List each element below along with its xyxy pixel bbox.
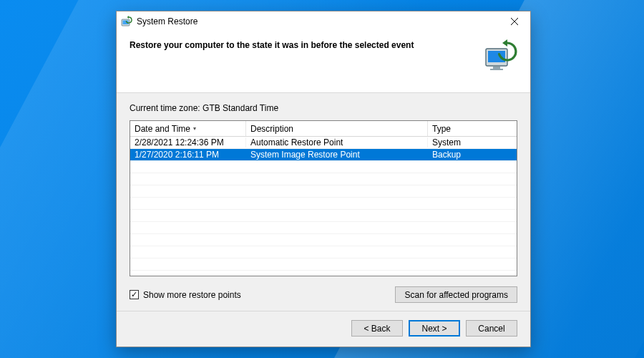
table-row-empty (130, 173, 517, 185)
table-row-empty (130, 210, 517, 222)
next-button[interactable]: Next > (409, 320, 460, 337)
titlebar: System Restore (117, 11, 530, 32)
scan-affected-button[interactable]: Scan for affected programs (395, 286, 517, 303)
column-label: Date and Time (135, 124, 190, 134)
checkbox-label: Show more restore points (143, 290, 241, 300)
svg-marker-9 (502, 39, 507, 47)
restore-large-icon (483, 39, 517, 73)
svg-rect-7 (493, 67, 500, 69)
wizard-body: Current time zone: GTB Standard Time Dat… (117, 93, 530, 311)
table-row[interactable]: 1/27/2020 2:16:11 PM System Image Restor… (130, 149, 517, 161)
table-header: Date and Time ▾ Description Type (130, 121, 517, 137)
system-restore-window: System Restore Restore your computer to … (116, 11, 531, 347)
window-title: System Restore (137, 16, 498, 26)
table-row-empty (130, 222, 517, 234)
cell-datetime: 2/28/2021 12:24:36 PM (130, 137, 246, 147)
table-row-empty (130, 161, 517, 173)
column-label: Description (250, 124, 293, 134)
table-body: 2/28/2021 12:24:36 PM Automatic Restore … (130, 137, 517, 276)
svg-rect-6 (488, 51, 505, 62)
cell-description: Automatic Restore Point (246, 137, 428, 147)
restore-points-table: Date and Time ▾ Description Type 2/28/20… (130, 120, 517, 276)
restore-small-icon (121, 16, 132, 27)
wizard-header: Restore your computer to the state it wa… (117, 32, 530, 93)
svg-marker-2 (127, 16, 129, 19)
close-button[interactable] (498, 11, 530, 32)
table-row-empty (130, 198, 517, 210)
table-row-empty (130, 246, 517, 258)
cell-type: Backup (428, 150, 517, 160)
cell-datetime: 1/27/2020 2:16:11 PM (130, 150, 246, 160)
column-header-description[interactable]: Description (246, 121, 428, 136)
svg-rect-8 (490, 69, 503, 70)
timezone-label: Current time zone: GTB Standard Time (130, 103, 517, 113)
checkbox-box: ✓ (130, 290, 139, 299)
back-button[interactable]: < Back (351, 320, 403, 337)
show-more-checkbox[interactable]: ✓ Show more restore points (130, 290, 395, 300)
column-header-datetime[interactable]: Date and Time ▾ (130, 121, 246, 136)
table-row[interactable]: 2/28/2021 12:24:36 PM Automatic Restore … (130, 137, 517, 149)
check-icon: ✓ (131, 291, 137, 299)
close-icon (511, 18, 518, 25)
header-instruction: Restore your computer to the state it wa… (130, 39, 477, 50)
wizard-footer: < Back Next > Cancel (117, 311, 530, 347)
cancel-button[interactable]: Cancel (466, 320, 517, 337)
below-grid-controls: ✓ Show more restore points Scan for affe… (130, 286, 517, 303)
cell-description: System Image Restore Point (246, 150, 428, 160)
column-header-type[interactable]: Type (428, 121, 517, 136)
cell-type: System (428, 137, 517, 147)
table-row-empty (130, 185, 517, 198)
column-label: Type (432, 124, 451, 134)
sort-desc-icon: ▾ (193, 125, 196, 132)
table-row-empty (130, 258, 517, 271)
table-row-empty (130, 234, 517, 246)
